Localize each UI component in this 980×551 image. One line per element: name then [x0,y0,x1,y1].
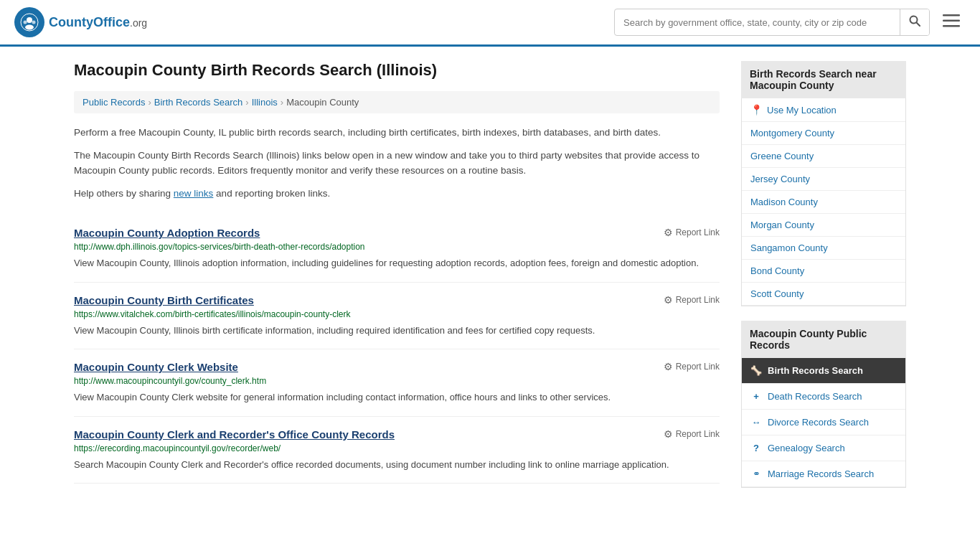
report-link[interactable]: ⚙ Report Link [664,227,720,238]
nearby-list: 📍 Use My Location Montgomery CountyGreen… [741,98,906,306]
public-record-label: Genealogy Search [768,443,845,453]
result-header: Macoupin County Adoption Records ⚙ Repor… [74,227,720,239]
public-record-item[interactable]: +Death Records Search [742,384,905,410]
breadcrumb-current: Macoupin County [286,97,359,108]
nearby-county-link[interactable]: Greene County [742,145,905,168]
nearby-title: Birth Records Search near Macoupin Count… [741,61,906,98]
public-record-item[interactable]: ⚭Marriage Records Search [742,461,905,487]
search-input[interactable] [615,11,900,34]
breadcrumb: Public Records › Birth Records Search › … [74,91,720,113]
report-icon: ⚙ [664,294,673,306]
menu-icon[interactable] [937,10,966,34]
description-3: Help others by sharing new links and rep… [74,186,720,202]
genealogy-icon: ? [750,443,762,453]
result-item: Macoupin County Birth Certificates ⚙ Rep… [74,283,720,350]
report-link[interactable]: ⚙ Report Link [664,428,720,440]
nearby-county-link[interactable]: Montgomery County [742,122,905,145]
description-block: Perform a free Macoupin County, IL publi… [74,125,720,201]
breadcrumb-public-records[interactable]: Public Records [83,97,145,108]
public-record-item[interactable]: ↔Divorce Records Search [742,410,905,435]
report-link[interactable]: ⚙ Report Link [664,294,720,306]
birth-icon: 🦴 [750,365,762,376]
result-item: Macoupin County Clerk and Recorder's Off… [74,417,720,484]
nearby-counties-container: Montgomery CountyGreene CountyJersey Cou… [742,122,905,306]
nearby-county-link[interactable]: Scott County [742,283,905,306]
nearby-county-link[interactable]: Sangamon County [742,237,905,260]
result-header: Macoupin County Birth Certificates ⚙ Rep… [74,294,720,306]
public-record-label: Divorce Records Search [768,417,869,428]
divorce-icon: ↔ [750,417,762,428]
result-url[interactable]: https://erecording.macoupincountyil.gov/… [74,443,720,453]
result-header: Macoupin County Clerk Website ⚙ Report L… [74,361,720,373]
result-title[interactable]: Macoupin County Birth Certificates [74,294,254,306]
nearby-section: Birth Records Search near Macoupin Count… [741,61,906,306]
result-desc: View Macoupin County Clerk website for g… [74,390,720,405]
report-icon: ⚙ [664,428,673,440]
report-icon: ⚙ [664,361,673,372]
svg-point-3 [24,21,27,24]
result-desc: Search Macoupin County Clerk and Recorde… [74,458,720,472]
result-url[interactable]: https://www.vitalchek.com/birth-certific… [74,309,720,319]
nearby-county-link[interactable]: Morgan County [742,214,905,237]
result-title[interactable]: Macoupin County Clerk Website [74,361,238,373]
results-list: Macoupin County Adoption Records ⚙ Repor… [74,215,720,484]
result-item: Macoupin County Clerk Website ⚙ Report L… [74,349,720,417]
public-records-list: 🦴Birth Records Search+Death Records Sear… [741,358,906,488]
svg-line-6 [917,23,920,27]
content-area: Macoupin County Birth Records Search (Il… [74,61,720,502]
public-records-section: Macoupin County Public Records 🦴Birth Re… [741,321,906,488]
result-desc: View Macoupin County, Illinois adoption … [74,256,720,270]
nearby-county-link[interactable]: Jersey County [742,168,905,191]
result-item: Macoupin County Adoption Records ⚙ Repor… [74,215,720,283]
search-button[interactable] [900,9,929,35]
breadcrumb-sep-2: › [245,97,248,108]
svg-point-4 [32,21,36,24]
public-record-label: Birth Records Search [768,365,863,376]
public-record-label: Marriage Records Search [768,468,874,479]
result-title[interactable]: Macoupin County Clerk and Recorder's Off… [74,428,395,441]
public-record-label: Death Records Search [768,391,862,402]
search-bar [614,9,930,36]
page-title: Macoupin County Birth Records Search (Il… [74,61,720,80]
description-1: Perform a free Macoupin County, IL publi… [74,125,720,141]
svg-rect-9 [943,25,960,27]
public-record-item[interactable]: 🦴Birth Records Search [742,358,905,384]
public-record-item[interactable]: ?Genealogy Search [742,435,905,461]
svg-rect-7 [943,14,960,17]
nearby-county-link[interactable]: Madison County [742,191,905,214]
marriage-icon: ⚭ [750,468,762,479]
use-location-label: Use My Location [767,105,837,116]
public-records-title: Macoupin County Public Records [741,321,906,358]
description-2: The Macoupin County Birth Records Search… [74,148,720,179]
logo-text: CountyOffice.org [49,15,147,30]
logo-area: CountyOffice.org [14,7,147,37]
result-url[interactable]: http://www.macoupincountyil.gov/county_c… [74,376,720,386]
breadcrumb-sep-1: › [148,97,151,108]
breadcrumb-sep-3: › [281,97,283,108]
svg-rect-8 [943,20,960,22]
sidebar: Birth Records Search near Macoupin Count… [741,61,906,502]
desc3-prefix: Help others by sharing [74,188,174,199]
breadcrumb-birth-records[interactable]: Birth Records Search [154,97,243,108]
site-header: CountyOffice.org [0,0,980,47]
new-links-link[interactable]: new links [174,188,214,199]
result-url[interactable]: http://www.dph.illinois.gov/topics-servi… [74,242,720,252]
death-icon: + [750,391,762,402]
nearby-county-link[interactable]: Bond County [742,260,905,283]
svg-point-1 [27,17,32,23]
location-icon: 📍 [750,104,763,116]
desc3-suffix: and reporting broken links. [213,188,330,199]
result-title[interactable]: Macoupin County Adoption Records [74,227,260,239]
report-link[interactable]: ⚙ Report Link [664,361,720,372]
main-container: Macoupin County Birth Records Search (Il… [60,47,920,517]
use-location[interactable]: 📍 Use My Location [742,98,905,122]
result-header: Macoupin County Clerk and Recorder's Off… [74,428,720,441]
logo-icon [14,7,44,37]
svg-point-2 [25,25,34,30]
result-desc: View Macoupin County, Illinois birth cer… [74,324,720,338]
header-right [614,9,966,36]
report-icon: ⚙ [664,227,673,238]
breadcrumb-illinois[interactable]: Illinois [252,97,278,108]
